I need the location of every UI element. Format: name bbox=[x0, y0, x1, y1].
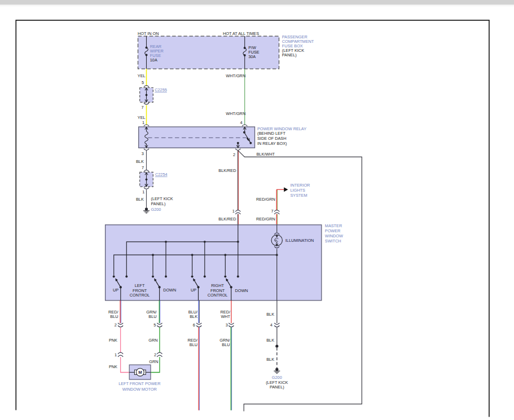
svg-text:BLK/WHT: BLK/WHT bbox=[257, 152, 275, 157]
svg-text:BLK/RED: BLK/RED bbox=[218, 216, 236, 222]
svg-text:WHT/GRN: WHT/GRN bbox=[226, 111, 245, 116]
svg-text:30A: 30A bbox=[248, 54, 256, 59]
svg-text:PANEL): PANEL) bbox=[151, 201, 166, 206]
svg-text:WINDOW MOTOR: WINDOW MOTOR bbox=[122, 387, 157, 392]
svg-text:RED/GRN: RED/GRN bbox=[256, 216, 275, 222]
svg-text:ILLUMINATION: ILLUMINATION bbox=[285, 238, 314, 243]
svg-text:3: 3 bbox=[226, 322, 228, 328]
svg-text:2: 2 bbox=[233, 152, 235, 157]
svg-text:BLU: BLU bbox=[222, 342, 230, 347]
svg-text:BLK: BLK bbox=[136, 159, 144, 164]
svg-text:POWER: POWER bbox=[325, 228, 341, 233]
svg-text:PANEL): PANEL) bbox=[270, 384, 284, 390]
svg-text:SWITCH: SWITCH bbox=[325, 238, 341, 244]
svg-text:7: 7 bbox=[142, 105, 144, 110]
svg-text:BLK: BLK bbox=[266, 338, 274, 343]
svg-text:7: 7 bbox=[142, 165, 144, 170]
svg-text:DOWN: DOWN bbox=[163, 288, 176, 293]
svg-text:GRN: GRN bbox=[148, 338, 157, 343]
svg-text:BLU: BLU bbox=[190, 342, 197, 347]
svg-text:SIDE OF DASH: SIDE OF DASH bbox=[257, 136, 287, 141]
svg-text:LIGHTS: LIGHTS bbox=[291, 188, 305, 193]
svg-text:3: 3 bbox=[142, 151, 144, 156]
svg-text:6: 6 bbox=[193, 322, 195, 328]
svg-text:1: 1 bbox=[142, 120, 144, 125]
svg-text:4: 4 bbox=[240, 120, 242, 125]
svg-text:BLU: BLU bbox=[148, 314, 156, 319]
svg-text:BLK: BLK bbox=[266, 312, 274, 317]
svg-text:SYSTEM: SYSTEM bbox=[291, 193, 307, 198]
svg-text:PNK: PNK bbox=[109, 338, 117, 343]
svg-text:4: 4 bbox=[270, 322, 273, 328]
svg-text:1: 1 bbox=[232, 209, 235, 214]
svg-text:WHT: WHT bbox=[221, 314, 230, 319]
svg-text:BLK/RED: BLK/RED bbox=[218, 168, 236, 173]
svg-text:5: 5 bbox=[142, 80, 144, 85]
svg-text:C2255: C2255 bbox=[155, 87, 167, 92]
svg-text:7: 7 bbox=[271, 209, 273, 214]
svg-text:(BEHIND LEFT: (BEHIND LEFT bbox=[257, 131, 285, 136]
svg-text:G200: G200 bbox=[151, 207, 161, 212]
svg-text:2: 2 bbox=[115, 322, 117, 328]
svg-text:(LEFT KICK: (LEFT KICK bbox=[151, 196, 173, 201]
svg-text:BLU: BLU bbox=[110, 314, 118, 319]
svg-text:HOT AT ALL TIMES: HOT AT ALL TIMES bbox=[223, 31, 259, 36]
svg-text:PANEL): PANEL) bbox=[282, 52, 297, 58]
svg-text:MASTER: MASTER bbox=[325, 223, 342, 228]
svg-text:POWER WINDOW RELAY: POWER WINDOW RELAY bbox=[257, 126, 306, 131]
svg-text:GRN: GRN bbox=[149, 359, 158, 364]
svg-text:10A: 10A bbox=[150, 58, 157, 63]
svg-text:5: 5 bbox=[153, 322, 156, 328]
svg-text:IN RELAY BOX): IN RELAY BOX) bbox=[257, 141, 287, 146]
svg-text:CONTROL: CONTROL bbox=[208, 293, 228, 298]
svg-text:UP: UP bbox=[191, 288, 196, 293]
svg-text:1: 1 bbox=[115, 352, 117, 357]
svg-text:DOWN: DOWN bbox=[235, 288, 248, 293]
svg-text:BLK: BLK bbox=[136, 197, 144, 202]
svg-text:RED/GRN: RED/GRN bbox=[256, 197, 275, 202]
svg-text:BLK: BLK bbox=[190, 314, 197, 319]
svg-text:YEL: YEL bbox=[138, 73, 146, 78]
svg-text:C2254: C2254 bbox=[155, 172, 168, 177]
svg-text:UP: UP bbox=[113, 288, 118, 293]
svg-text:YEL: YEL bbox=[138, 115, 146, 120]
svg-text:INTERIOR: INTERIOR bbox=[291, 183, 310, 188]
svg-text:PNK: PNK bbox=[109, 364, 117, 369]
svg-text:WHT/GRN: WHT/GRN bbox=[226, 73, 245, 78]
svg-text:M: M bbox=[138, 370, 142, 375]
svg-text:BLK: BLK bbox=[266, 357, 274, 362]
svg-text:WINDOW: WINDOW bbox=[325, 233, 343, 238]
svg-text:CONTROL: CONTROL bbox=[130, 293, 150, 298]
svg-text:2: 2 bbox=[154, 352, 156, 357]
svg-text:LEFT FRONT POWER: LEFT FRONT POWER bbox=[118, 381, 160, 386]
svg-text:1: 1 bbox=[142, 189, 144, 194]
svg-text:HOT IN ON: HOT IN ON bbox=[138, 31, 159, 36]
